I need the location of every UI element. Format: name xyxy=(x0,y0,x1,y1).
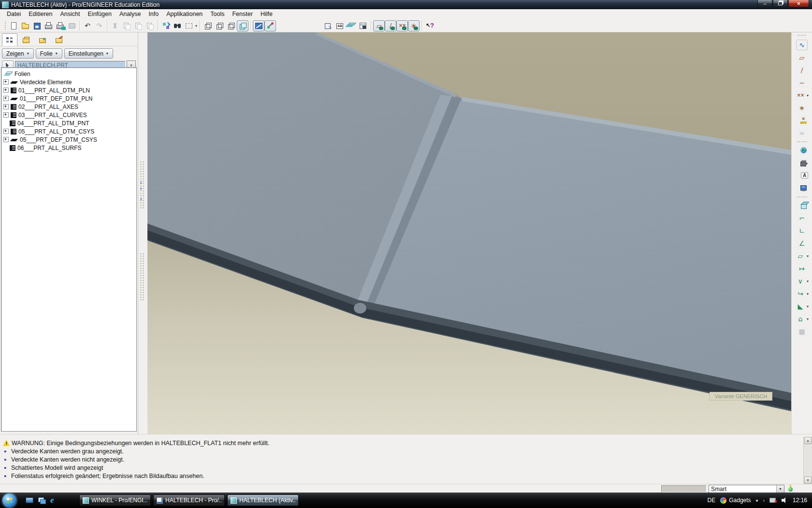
print-button[interactable] xyxy=(43,20,54,31)
saved-views-button[interactable] xyxy=(334,20,346,31)
volume-icon[interactable] xyxy=(782,497,788,503)
einstellungen-button[interactable]: Einstellungen▾ xyxy=(64,48,113,59)
menu-tools[interactable]: Tools xyxy=(206,9,228,19)
sketched-curve-button[interactable]: ∿ xyxy=(796,40,808,50)
context-help-button[interactable] xyxy=(424,20,435,31)
display-settings-button[interactable] xyxy=(796,183,808,194)
expander-icon[interactable] xyxy=(3,104,9,109)
model-canvas[interactable] xyxy=(147,32,791,434)
taskbar-window-button[interactable]: HALTEBLECH - Pro/... xyxy=(153,494,225,506)
message-scrollbar[interactable]: ▲ ▼ xyxy=(803,437,812,484)
menu-applikationen[interactable]: Applikationen xyxy=(162,9,206,19)
cut-button[interactable] xyxy=(109,20,121,31)
corner-relief-tool-dropdown-icon[interactable]: ▾ xyxy=(807,304,809,309)
expander-icon[interactable] xyxy=(3,96,9,101)
datum-plane-button[interactable]: ▱ xyxy=(796,52,808,63)
form-tool-dropdown-icon[interactable]: ▾ xyxy=(807,317,809,321)
expander-icon[interactable] xyxy=(3,112,9,118)
zoom-in-button[interactable] xyxy=(288,20,299,31)
menu-fenster[interactable]: Fenster xyxy=(228,9,256,19)
tree-item[interactable]: 03___PRT_ALL_CURVES xyxy=(1,111,136,119)
taskbar-window-button[interactable]: HALTEBLECH (Aktiv... xyxy=(227,494,299,506)
start-button[interactable] xyxy=(2,493,16,508)
repaint-button[interactable] xyxy=(276,20,288,31)
expander-icon[interactable] xyxy=(3,137,9,142)
datum-csys-toggle-button[interactable]: ∗ xyxy=(408,20,420,31)
flat-state-tool-button[interactable]: ▦ xyxy=(796,326,808,337)
scroll-up-icon[interactable]: ▲ xyxy=(804,437,812,444)
new-file-button[interactable] xyxy=(8,20,19,31)
menu-hilfe[interactable]: Hilfe xyxy=(257,9,276,19)
paste-button[interactable] xyxy=(132,20,144,31)
switch-windows-icon[interactable] xyxy=(38,496,46,504)
unbend-tool-button[interactable]: ↪ xyxy=(795,288,806,299)
tray-dropdown-icon[interactable]: ▾ xyxy=(756,498,758,503)
tree-root-folien[interactable]: Folien xyxy=(1,70,136,78)
filter-dropdown-button[interactable]: ▼ xyxy=(776,485,784,493)
show-desktop-icon[interactable] xyxy=(25,496,34,504)
menu-ansicht[interactable]: Ansicht xyxy=(57,9,84,19)
open-file-button[interactable] xyxy=(19,20,31,31)
hidden-line-display-button[interactable] xyxy=(214,20,225,31)
favorites-tab[interactable] xyxy=(35,33,50,46)
regenerate-button[interactable] xyxy=(160,20,172,31)
minimize-button[interactable]: – xyxy=(757,0,772,7)
expander-icon[interactable] xyxy=(3,129,9,134)
menu-analyse[interactable]: Analyse xyxy=(116,9,145,19)
flat-pattern-tool-dropdown-icon[interactable]: ▾ xyxy=(807,254,809,258)
corner-relief-tool-button[interactable]: ◣ xyxy=(795,301,806,312)
model-tree-tab[interactable] xyxy=(2,33,17,46)
view-camera-button[interactable] xyxy=(796,158,808,168)
sketch-reference-button[interactable] xyxy=(796,115,808,126)
copy-geometry-button[interactable]: ∞ xyxy=(796,128,808,138)
redo-button[interactable]: ↷ xyxy=(93,20,105,31)
expand-chevron-icon[interactable]: › xyxy=(140,197,142,202)
no-hidden-display-button[interactable] xyxy=(225,20,237,31)
flat-pattern-tool-button[interactable]: ▱ xyxy=(795,251,806,261)
select-box-dropdown-icon[interactable]: ▾ xyxy=(195,24,197,28)
graphics-area[interactable]: Variante GENERISCH xyxy=(147,32,791,434)
tree-item[interactable]: 05___PRT_DEF_DTM_CSYS xyxy=(1,135,136,144)
standard-orientation-button[interactable] xyxy=(796,145,808,156)
search-button[interactable] xyxy=(172,20,183,31)
shaded-display-button[interactable] xyxy=(237,20,248,31)
reorient-view-button[interactable] xyxy=(322,20,334,31)
flange-wall-tool-button[interactable]: ∟ xyxy=(796,225,808,236)
sash-handle[interactable] xyxy=(140,253,144,301)
wall-tool-button[interactable]: ⌐ xyxy=(796,213,808,224)
tree-item[interactable]: 02___PRT_ALL_AXES xyxy=(1,103,136,111)
taskbar-window-button[interactable]: WINKEL - Pro/ENGI... xyxy=(79,494,151,506)
form-tool-button[interactable]: ⌂ xyxy=(795,314,806,324)
tree-item[interactable]: 01___PRT_ALL_DTM_PLN xyxy=(1,86,136,94)
collapse-chevron-icon[interactable]: ‹ xyxy=(140,186,142,191)
tree-item[interactable]: 05___PRT_ALL_DTM_CSYS xyxy=(1,127,136,135)
extend-tool-button[interactable]: ↦ xyxy=(796,263,808,274)
panel-splitter[interactable]: ‹ ‹ › xyxy=(138,32,148,434)
save-file-button[interactable] xyxy=(31,20,43,31)
expander-icon[interactable] xyxy=(3,79,9,85)
language-indicator[interactable]: DE xyxy=(708,497,716,504)
tree-item[interactable]: 01___PRT_DEF_DTM_PLN xyxy=(1,94,136,103)
zoom-out-button[interactable] xyxy=(299,20,311,31)
bend-tool-button[interactable]: ∨ xyxy=(795,276,806,286)
zeigen-button[interactable]: Zeigen▾ xyxy=(2,48,34,59)
scroll-down-icon[interactable]: ▼ xyxy=(804,477,812,484)
bend-tool-dropdown-icon[interactable]: ▾ xyxy=(807,279,809,284)
gadgets-item[interactable]: Gadgets xyxy=(720,497,751,504)
layers-button[interactable] xyxy=(346,20,357,31)
refit-button[interactable] xyxy=(311,20,322,31)
paste-special-button[interactable] xyxy=(144,20,156,31)
selection-filter-combo[interactable]: Smart ▼ xyxy=(709,485,784,493)
datum-points-toggle-button[interactable]: ×× xyxy=(396,20,408,31)
datum-curve-button[interactable]: ∼ xyxy=(796,77,808,88)
menu-editieren[interactable]: Editieren xyxy=(25,9,56,19)
tree-item[interactable]: Verdeckte Elemente xyxy=(1,78,136,86)
collapse-chevron-icon[interactable]: ‹ xyxy=(140,180,142,185)
view-manager-button[interactable] xyxy=(357,20,369,31)
toolbar-grip[interactable] xyxy=(797,34,807,37)
datum-point-dropdown-icon[interactable]: ▾ xyxy=(807,93,809,98)
toolbar-grip[interactable] xyxy=(4,21,6,30)
print-manager-button[interactable] xyxy=(54,20,66,31)
internet-explorer-icon[interactable]: e xyxy=(50,496,59,504)
close-button[interactable]: × xyxy=(788,0,809,7)
